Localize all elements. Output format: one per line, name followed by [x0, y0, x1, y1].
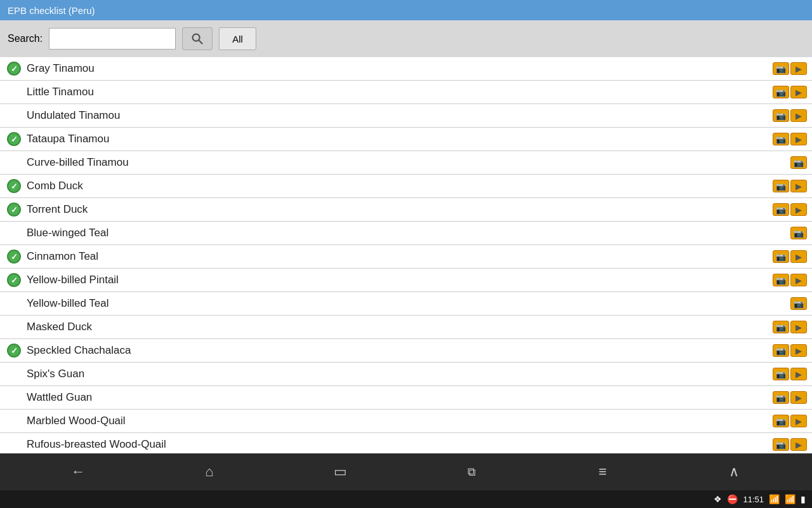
list-item[interactable]: Tataupa Tinamou▶	[0, 128, 812, 151]
list-item[interactable]: Undulated Tinamou▶	[0, 104, 812, 128]
bird-name: Blue-winged Teal	[23, 227, 790, 239]
camera-icon[interactable]	[773, 274, 789, 286]
item-actions: ▶	[773, 133, 807, 145]
item-actions: ▶	[773, 86, 807, 98]
bird-list: Gray Tinamou▶Little Tinamou▶Undulated Ti…	[0, 57, 812, 453]
checked-icon	[7, 203, 21, 217]
bird-name: Gray Tinamou	[23, 62, 773, 75]
list-item[interactable]: Wattled Guan▶	[0, 386, 812, 410]
check-status[interactable]	[5, 132, 23, 146]
check-status[interactable]	[5, 344, 23, 358]
home-button[interactable]: ⌂	[197, 459, 222, 485]
item-actions	[790, 227, 807, 239]
check-status[interactable]	[5, 62, 23, 76]
list-item[interactable]: Spix's Guan▶	[0, 363, 812, 386]
list-item[interactable]: Torrent Duck▶	[0, 198, 812, 222]
item-actions: ▶	[773, 203, 807, 216]
item-actions: ▶	[773, 274, 807, 286]
camera-icon[interactable]	[790, 156, 807, 169]
check-status[interactable]	[5, 250, 23, 264]
camera-icon[interactable]	[773, 133, 789, 145]
camera-icon[interactable]	[773, 250, 789, 263]
menu-button[interactable]: ≡	[590, 459, 615, 485]
camera-icon[interactable]	[773, 438, 789, 451]
arrow-button[interactable]: ▶	[790, 180, 807, 192]
item-actions: ▶	[773, 250, 807, 263]
checked-icon	[7, 179, 21, 193]
list-item[interactable]: Masked Duck▶	[0, 316, 812, 339]
camera-icon[interactable]	[773, 368, 789, 380]
bird-name: Comb Duck	[23, 180, 773, 192]
list-item[interactable]: Comb Duck▶	[0, 175, 812, 198]
camera-icon[interactable]	[773, 415, 789, 427]
title-bar: EPB checklist (Peru)	[0, 0, 812, 20]
bird-name: Tataupa Tinamou	[23, 133, 773, 145]
arrow-button[interactable]: ▶	[790, 415, 807, 427]
check-status[interactable]	[5, 203, 23, 217]
search-input[interactable]	[49, 28, 176, 50]
all-button[interactable]: All	[219, 27, 256, 50]
item-actions: ▶	[773, 180, 807, 192]
camera-icon[interactable]	[773, 180, 789, 192]
arrow-button[interactable]: ▶	[790, 274, 807, 286]
arrow-button[interactable]: ▶	[790, 344, 807, 357]
bird-name: Speckled Chachalaca	[23, 344, 773, 357]
grid-button[interactable]: ⧉	[459, 459, 484, 485]
back-button[interactable]: ←	[65, 459, 91, 485]
search-label: Search:	[8, 33, 43, 44]
camera-icon[interactable]	[773, 62, 789, 75]
list-item[interactable]: Rufous-breasted Wood-Quail▶	[0, 433, 812, 453]
item-actions: ▶	[773, 344, 807, 357]
arrow-button[interactable]: ▶	[790, 203, 807, 216]
list-item[interactable]: Yellow-billed Pintail▶	[0, 269, 812, 292]
list-item[interactable]: Gray Tinamou▶	[0, 57, 812, 81]
camera-icon[interactable]	[773, 344, 789, 357]
nav-bar: ← ⌂ ▭ ⧉ ≡ ∧	[0, 453, 812, 490]
bird-name: Spix's Guan	[23, 368, 773, 380]
list-item[interactable]: Little Tinamou▶	[0, 81, 812, 104]
camera-icon[interactable]	[773, 203, 789, 216]
arrow-button[interactable]: ▶	[790, 368, 807, 380]
list-item[interactable]: Yellow-billed Teal	[0, 292, 812, 316]
recents-button[interactable]: ▭	[328, 459, 353, 485]
arrow-button[interactable]: ▶	[790, 62, 807, 75]
bird-name: Undulated Tinamou	[23, 109, 773, 122]
item-actions: ▶	[773, 321, 807, 333]
camera-icon[interactable]	[773, 391, 789, 404]
bird-name: Masked Duck	[23, 321, 773, 333]
arrow-button[interactable]: ▶	[790, 438, 807, 451]
svg-point-0	[193, 34, 200, 41]
bird-name: Curve-billed Tinamou	[23, 156, 790, 169]
list-item[interactable]: Marbled Wood-Quail▶	[0, 410, 812, 433]
arrow-button[interactable]: ▶	[790, 109, 807, 122]
arrow-button[interactable]: ▶	[790, 133, 807, 145]
camera-icon[interactable]	[773, 86, 789, 98]
signal-icon: 📶	[785, 494, 796, 504]
camera-icon[interactable]	[790, 297, 807, 310]
item-actions	[790, 297, 807, 310]
arrow-button[interactable]: ▶	[790, 391, 807, 404]
arrow-button[interactable]: ▶	[790, 321, 807, 333]
status-bar: ❖ ⛔ 11:51 📶 📶 ▮	[0, 490, 812, 508]
item-actions: ▶	[773, 391, 807, 404]
check-status[interactable]	[5, 179, 23, 193]
arrow-button[interactable]: ▶	[790, 86, 807, 98]
item-actions: ▶	[773, 368, 807, 380]
up-button[interactable]: ∧	[721, 459, 747, 485]
list-item[interactable]: Curve-billed Tinamou	[0, 151, 812, 175]
app-title: EPB checklist (Peru)	[8, 5, 95, 16]
search-icon	[190, 32, 204, 46]
item-actions: ▶	[773, 415, 807, 427]
camera-icon[interactable]	[773, 109, 789, 122]
check-status[interactable]	[5, 273, 23, 287]
item-actions: ▶	[773, 109, 807, 122]
list-item[interactable]: Speckled Chachalaca▶	[0, 339, 812, 363]
battery-icon: ▮	[801, 494, 806, 504]
bird-name: Wattled Guan	[23, 391, 773, 404]
camera-icon[interactable]	[790, 227, 807, 239]
list-item[interactable]: Blue-winged Teal	[0, 222, 812, 245]
search-button[interactable]	[182, 27, 213, 50]
camera-icon[interactable]	[773, 321, 789, 333]
list-item[interactable]: Cinnamon Teal▶	[0, 245, 812, 269]
arrow-button[interactable]: ▶	[790, 250, 807, 263]
